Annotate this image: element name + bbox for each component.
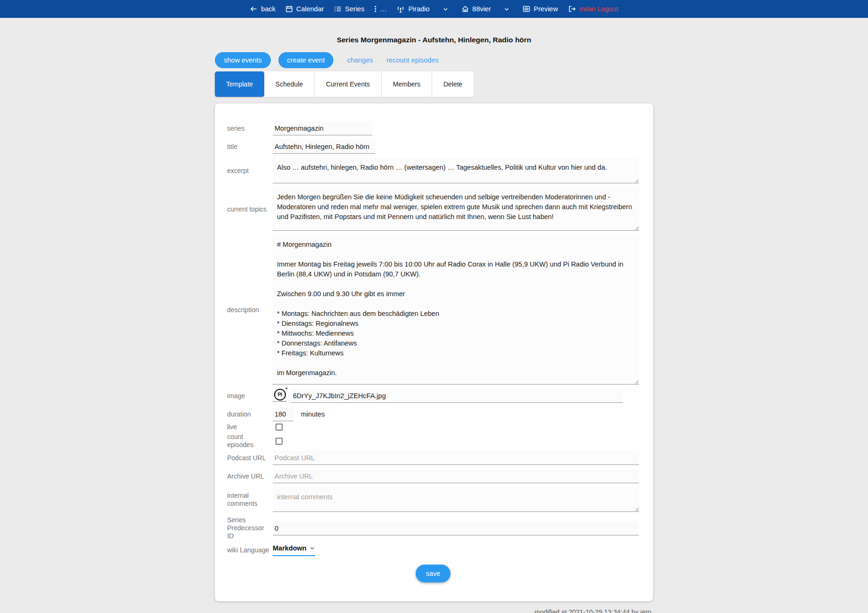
count-episodes-label: count episodes: [227, 433, 260, 449]
series-input[interactable]: [273, 121, 372, 135]
chevron-down-icon: [309, 545, 315, 551]
duration-row: duration minutes: [227, 407, 639, 421]
current-topics-textarea[interactable]: Jeden Morgen begrüßen Sie die keine Müdi…: [273, 188, 639, 231]
station-dropdown-chevron-icon[interactable]: [442, 6, 449, 12]
current-topics-row: current topics Jeden Morgen begrüßen Sie…: [227, 188, 639, 231]
description-textarea[interactable]: # Morgenmagazin Immer Montag bis Freitag…: [273, 235, 639, 385]
nav-channel-label: 88vier: [473, 5, 491, 13]
antenna-icon: [396, 5, 405, 13]
arrow-left-icon: [250, 5, 258, 13]
save-button[interactable]: save: [416, 565, 451, 582]
more-menu-label: …: [380, 5, 387, 13]
count-episodes-row: count episodes: [227, 433, 639, 449]
nav-calendar[interactable]: Calendar: [285, 5, 324, 13]
main-content: Series Morgenmagazin - Aufstehn, Hinlege…: [215, 36, 653, 613]
show-events-button[interactable]: show events: [215, 52, 271, 68]
kebab-menu-icon: [374, 5, 377, 13]
image-row: image PI MORGENMAGAZIN: [227, 389, 639, 403]
station-logo-icon: PI: [274, 389, 286, 401]
channel-dropdown-chevron-icon[interactable]: [504, 6, 510, 12]
save-row: save: [227, 565, 639, 582]
nav-series-label: Series: [345, 5, 364, 13]
image-filename-input[interactable]: [291, 389, 623, 403]
excerpt-textarea[interactable]: Also … aufstehn, hinlegen, Radio hörn … …: [273, 158, 639, 183]
excerpt-row: excerpt Also … aufstehn, hinlegen, Radio…: [227, 158, 639, 183]
duration-unit: minutes: [301, 410, 325, 418]
current-topics-label: current topics: [227, 205, 273, 213]
home-icon: [461, 5, 469, 13]
nav-back[interactable]: back: [250, 5, 276, 13]
image-label: image: [227, 392, 273, 400]
tab-schedule[interactable]: Schedule: [264, 71, 315, 97]
page-title: Series Morgenmagazin - Aufstehn, Hinlege…: [215, 36, 653, 44]
title-row: title: [227, 140, 639, 154]
live-checkbox[interactable]: [276, 424, 283, 431]
count-episodes-checkbox[interactable]: [276, 438, 283, 445]
wiki-language-label: wiki Language: [227, 546, 273, 554]
nav-calendar-label: Calendar: [296, 5, 324, 13]
archive-url-label: Archive URL: [227, 472, 273, 480]
tab-template[interactable]: Template: [215, 71, 264, 97]
archive-url-row: Archive URL: [227, 469, 639, 483]
nav-logout[interactable]: milan Logout: [568, 5, 618, 13]
recount-episodes-link[interactable]: recount episodes: [387, 56, 438, 64]
archive-url-input[interactable]: [273, 469, 639, 483]
live-label: live: [227, 423, 273, 431]
internal-comments-textarea[interactable]: [273, 487, 639, 512]
tab-delete[interactable]: Delete: [432, 71, 473, 97]
modified-note: modified at 2021-10-29 13:34:44 by jero.: [215, 608, 653, 613]
create-event-button[interactable]: create event: [278, 52, 334, 68]
internal-comments-label: internal comments: [227, 492, 260, 508]
podcast-url-label: Podcast URL: [227, 454, 273, 462]
duration-label: duration: [227, 410, 273, 418]
series-label: series: [227, 125, 273, 133]
description-label: description: [227, 306, 273, 314]
template-form-card: series title excerpt Also … aufstehn, hi…: [215, 103, 653, 601]
series-actions: show events create event changes recount…: [215, 52, 653, 68]
tab-bar: Template Schedule Current Events Members…: [215, 71, 653, 97]
wiki-language-select[interactable]: Markdown: [273, 544, 308, 552]
duration-input[interactable]: [273, 407, 293, 421]
podcast-url-row: Podcast URL: [227, 451, 639, 465]
nav-station[interactable]: Piradio: [396, 5, 429, 13]
nav-logout-label: milan Logout: [579, 5, 618, 13]
nav-back-label: back: [261, 5, 276, 13]
nav-preview[interactable]: Preview: [522, 5, 558, 13]
series-predecessor-row: Series Predecessor ID: [227, 516, 639, 540]
nav-preview-label: Preview: [534, 5, 558, 13]
more-menu[interactable]: …: [374, 5, 387, 13]
podcast-url-input[interactable]: [273, 451, 639, 465]
series-predecessor-label: Series Predecessor ID: [227, 516, 268, 540]
series-predecessor-input[interactable]: [273, 521, 639, 535]
nav-channel[interactable]: 88vier: [461, 5, 491, 13]
nav-station-label: Piradio: [408, 5, 429, 13]
internal-comments-row: internal comments: [227, 487, 639, 512]
series-image-thumbnail: PI MORGENMAGAZIN: [273, 389, 287, 403]
description-row: description # Morgenmagazin Immer Montag…: [227, 235, 639, 385]
excerpt-label: excerpt: [227, 167, 273, 175]
title-input[interactable]: [273, 140, 375, 154]
wiki-language-select-wrap: Markdown: [273, 544, 315, 556]
tab-members[interactable]: Members: [382, 71, 432, 97]
list-icon: [334, 5, 342, 13]
top-navigation: back Calendar Series … Piradio 88vier: [0, 0, 868, 18]
preview-eye-icon: [522, 5, 530, 13]
series-row: series: [227, 121, 639, 135]
nav-series[interactable]: Series: [334, 5, 364, 13]
live-row: live: [227, 423, 639, 431]
tab-current-events[interactable]: Current Events: [315, 71, 381, 97]
calendar-icon: [285, 5, 293, 13]
logout-icon: [568, 5, 576, 13]
wiki-language-row: wiki Language Markdown: [227, 544, 639, 556]
changes-link[interactable]: changes: [347, 56, 373, 64]
title-label: title: [227, 143, 273, 151]
